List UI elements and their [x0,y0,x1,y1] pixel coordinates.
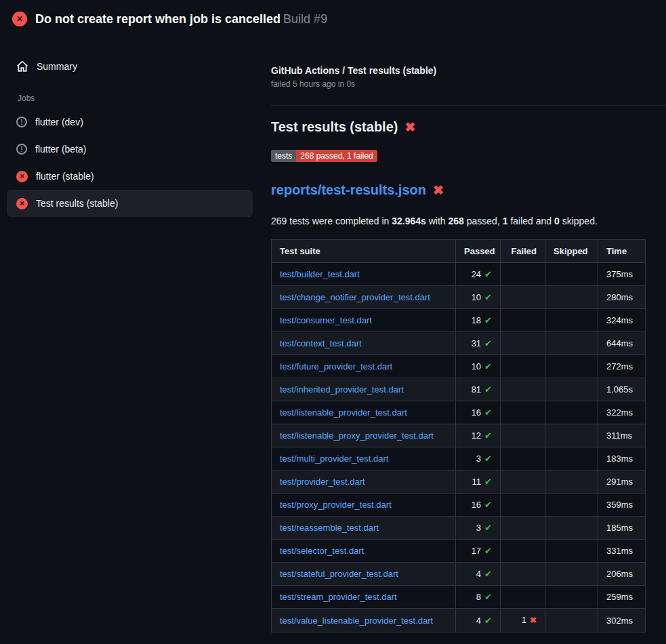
page-title: Do not create report when job is cancell… [35,12,327,26]
passed-cell: 3✔ [456,447,501,470]
test-suite-link[interactable]: test/builder_test.dart [280,269,360,279]
badge-label: tests [271,150,296,162]
test-suite-cell: test/proxy_provider_test.dart [272,494,456,517]
report-heading: reports/test-results.json ✖ [271,182,666,198]
skipped-cell [545,563,598,586]
test-suite-link[interactable]: test/change_notifier_provider_test.dart [280,292,430,302]
failed-status-icon: ✕ [16,198,28,209]
test-suite-link[interactable]: test/multi_provider_test.dart [280,454,388,464]
check-icon: ✔ [484,430,492,441]
test-suite-link[interactable]: test/consumer_test.dart [280,315,372,325]
topbar: ✕ Do not create report when job is cance… [0,0,666,38]
test-suite-link[interactable]: test/provider_test.dart [280,477,365,487]
passed-cell: 31✔ [456,332,501,355]
neutral-status-icon: ! [16,117,27,127]
summary-text: with [426,216,449,226]
test-suite-link[interactable]: test/future_provider_test.dart [280,361,392,371]
table-row: test/listenable_proxy_provider_test.dart… [272,424,646,447]
test-suite-link[interactable]: test/context_test.dart [280,338,362,348]
test-suite-cell: test/value_listenable_provider_test.dart [272,609,456,632]
passed-count: 8 [476,592,481,602]
test-suite-cell: test/future_provider_test.dart [272,355,456,378]
passed-cell: 16✔ [456,401,501,424]
check-icon: ✔ [484,500,492,510]
results-table-body: test/builder_test.dart 24✔ ✖ 375ms test/… [272,263,646,632]
test-suite-cell: test/reassemble_test.dart [272,517,456,540]
build-title: Do not create report when job is cancell… [35,12,280,26]
sidebar-item-flutter-beta[interactable]: ! flutter (beta) [7,136,253,163]
neutral-status-icon: ! [16,144,27,155]
passed-cell: 10✔ [456,286,501,309]
summary-skipped-count: 0 [554,216,560,226]
time-cell: 322ms [598,401,646,424]
test-suite-link[interactable]: test/stream_provider_test.dart [280,592,397,602]
test-suite-link[interactable]: test/listenable_provider_test.dart [280,407,407,418]
check-icon: ✔ [484,477,492,487]
time-cell: 324ms [598,309,646,332]
skipped-cell [545,378,598,401]
passed-cell: 12✔ [456,424,501,447]
summary-passed-count: 268 [449,216,464,226]
time-cell: 272ms [598,355,646,378]
summary-text: skipped. [560,216,598,226]
table-row: test/builder_test.dart 24✔ ✖ 375ms [272,263,646,286]
test-suite-link[interactable]: test/stateful_provider_test.dart [280,569,398,579]
passed-count: 4 [476,616,481,626]
skipped-cell [545,494,598,517]
time-cell: 644ms [598,332,646,355]
check-icon: ✔ [484,361,492,371]
test-suite-link[interactable]: test/inherited_provider_test.dart [280,384,404,395]
sidebar-item-flutter-dev[interactable]: ! flutter (dev) [7,108,253,136]
build-failed-icon: ✕ [12,12,27,26]
table-row: test/multi_provider_test.dart 3✔ ✖ 183ms [272,447,646,470]
failed-cell: ✖ [501,517,545,540]
check-icon: ✔ [484,292,492,302]
table-row: test/stateful_provider_test.dart 4✔ ✖ 20… [272,563,646,586]
column-header-skipped: Skipped [545,240,598,263]
passed-count: 24 [472,269,481,279]
sidebar-item-summary[interactable]: Summary [7,53,253,80]
section-heading: Test results (stable) ✖ [271,119,666,135]
summary-line: 269 tests were completed in 32.964s with… [271,216,666,226]
summary-failed-count: 1 [503,216,508,226]
time-cell: 280ms [598,286,646,309]
main-content: GitHub Actions / Test results (stable) f… [259,38,666,632]
test-suite-link[interactable]: test/value_listenable_provider_test.dart [280,616,433,626]
time-cell: 206ms [598,563,646,586]
passed-count: 16 [472,407,481,418]
passed-count: 3 [476,454,481,464]
skipped-cell [545,586,598,609]
skipped-cell [545,447,598,470]
skipped-cell [545,424,598,447]
summary-text: 269 tests were completed in [271,216,392,226]
sidebar-item-test-results-stable[interactable]: ✕ Test results (stable) [7,190,253,217]
test-suite-link[interactable]: test/listenable_proxy_provider_test.dart [280,430,434,441]
test-suite-link[interactable]: test/reassemble_test.dart [280,523,379,533]
passed-count: 17 [472,546,481,556]
failed-count: 1 [522,615,526,625]
passed-count: 18 [472,315,481,325]
check-icon: ✔ [484,315,492,325]
check-icon: ✔ [484,523,492,533]
check-icon: ✔ [484,269,492,279]
passed-count: 11 [472,477,482,487]
test-suite-cell: test/listenable_provider_test.dart [272,401,456,424]
badge-value: 268 passed, 1 failed [296,150,377,162]
report-file-link[interactable]: reports/test-results.json [271,182,426,198]
test-suite-link[interactable]: test/proxy_provider_test.dart [280,500,392,510]
failed-cell: ✖ [501,401,545,424]
test-suite-cell: test/provider_test.dart [272,470,456,494]
run-meta: failed 5 hours ago in 0s [271,79,666,89]
skipped-cell [545,355,598,378]
test-suite-cell: test/multi_provider_test.dart [272,447,456,470]
passed-cell: 4✔ [456,609,501,632]
test-suite-link[interactable]: test/selector_test.dart [280,546,364,556]
section-title: Test results (stable) [271,119,398,135]
sidebar-item-flutter-stable[interactable]: ✕ flutter (stable) [7,163,253,190]
sidebar: Summary Jobs ! flutter (dev) ! flutter (… [0,38,259,217]
failed-cell: ✖ [501,540,545,563]
failed-cell: ✖ [501,378,545,401]
time-cell: 1.065s [598,378,646,401]
table-row: test/proxy_provider_test.dart 16✔ ✖ 359m… [272,494,646,517]
sidebar-item-label: Summary [37,61,77,72]
